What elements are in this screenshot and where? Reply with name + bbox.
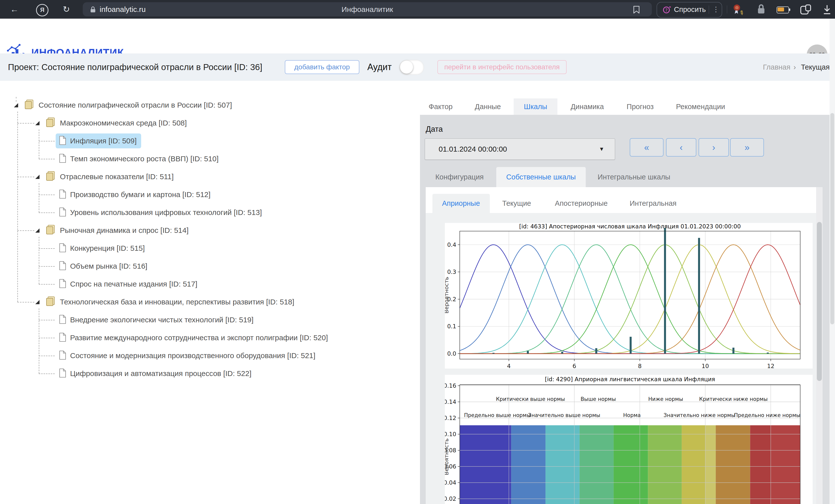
svg-text:Вероятность: Вероятность xyxy=(445,277,450,314)
tree-connector-line xyxy=(39,248,55,249)
subtab-configuration[interactable]: Конфигурация xyxy=(435,167,484,187)
tree-item-body[interactable]: Производство бумаги и картона [ID: 512] xyxy=(56,187,215,202)
svg-text:0.16: 0.16 xyxy=(445,382,456,389)
tree-folder-item[interactable]: Рыночная динамика и спрос [ID: 514] xyxy=(35,223,193,238)
nav-first-button[interactable]: « xyxy=(630,138,664,157)
tree-connector-line xyxy=(39,129,39,159)
ask-button[interactable]: ? ✦ Спросить ⋮ xyxy=(656,2,722,18)
back-icon[interactable]: ← xyxy=(9,0,20,19)
tree-folder-item[interactable]: Состояние полиграфической отрасли в Росс… xyxy=(14,98,237,113)
tree-connector-line xyxy=(39,266,55,267)
page-scrollbar-track[interactable] xyxy=(830,19,835,504)
date-select[interactable]: 01.01.2024 00:00:00 ▼ xyxy=(425,138,615,160)
tree-folder-item[interactable]: Макроэкономическая среда [ID: 508] xyxy=(35,116,191,130)
page-title: Инфоаналитик xyxy=(83,2,652,16)
tree-expander-icon[interactable] xyxy=(35,121,40,125)
tree-item-body[interactable]: Макроэкономическая среда [ID: 508] xyxy=(42,115,191,131)
nav-next-button[interactable]: › xyxy=(698,138,729,157)
ask-sparkle-icon: ? ✦ xyxy=(663,5,671,15)
document-icon xyxy=(59,261,67,271)
tree-connector-line xyxy=(39,141,55,141)
user-interface-button[interactable]: перейти в интерфейс пользователя xyxy=(437,60,567,74)
extension-lock-icon[interactable] xyxy=(755,3,767,15)
tree-doc-item[interactable]: Объем рынка [ID: 516] xyxy=(56,259,152,274)
extension-seal-icon[interactable]: ✎ xyxy=(732,4,743,15)
tree-doc-item[interactable]: Конкуренция [ID: 515] xyxy=(56,241,149,256)
tree-expander-icon[interactable] xyxy=(35,175,40,179)
nav-last-button[interactable]: » xyxy=(730,138,764,157)
tree-item-label: Цифровизация и автоматизация процессов [… xyxy=(70,369,251,378)
tree-connector-line xyxy=(39,320,55,320)
tree-item-body[interactable]: Объем рынка [ID: 516] xyxy=(56,259,152,274)
breadcrumb-home[interactable]: Главная xyxy=(763,54,790,81)
tree-doc-item[interactable]: Цифровизация и автоматизация процессов [… xyxy=(56,366,256,381)
tab-dynamics[interactable]: Динамика xyxy=(571,98,604,115)
page-scrollbar-thumb[interactable] xyxy=(830,113,834,324)
tree-doc-item[interactable]: Темп экономического роста (ВВП) [ID: 510… xyxy=(56,152,223,166)
document-icon xyxy=(59,279,67,289)
tab-factor[interactable]: Фактор xyxy=(429,98,452,115)
tab-scales[interactable]: Шкалы xyxy=(524,98,547,115)
tree-item-body[interactable]: Состояние и модернизация производственно… xyxy=(56,348,320,363)
svg-text:12: 12 xyxy=(767,363,774,368)
scale-tab-current[interactable]: Текущие xyxy=(502,194,531,213)
tree-doc-item[interactable]: Развитие международного сотрудничества и… xyxy=(56,330,332,345)
scale-tab-aposteriori[interactable]: Апостериорные xyxy=(555,194,608,213)
scale-tab-apriori[interactable]: Априорные xyxy=(442,194,480,213)
svg-text:Вероятность: Вероятность xyxy=(445,438,450,475)
nav-previous-button[interactable]: ‹ xyxy=(666,138,696,157)
svg-text:0.02: 0.02 xyxy=(445,496,456,502)
tree-doc-item[interactable]: Инфляция [ID: 509] xyxy=(56,134,141,148)
battery-icon[interactable] xyxy=(777,6,789,14)
tree-item-label: Рыночная динамика и спрос [ID: 514] xyxy=(60,226,189,235)
tree-expander-icon[interactable] xyxy=(35,228,40,233)
svg-text:0.04: 0.04 xyxy=(445,479,456,486)
subtab-integral-scales[interactable]: Интегральные шкалы xyxy=(598,167,670,187)
bookmark-icon[interactable] xyxy=(633,6,640,14)
tab-recommendations[interactable]: Рекомендации xyxy=(676,98,725,115)
tabs-panel-icon[interactable] xyxy=(800,3,812,15)
numeric-scale-chart: 46810120.00.10.20.30.4Вероятность[id: 46… xyxy=(445,223,813,368)
tree-expander-icon[interactable] xyxy=(35,300,40,304)
tree-item-body[interactable]: Темп экономического роста (ВВП) [ID: 510… xyxy=(56,152,223,166)
yandex-icon[interactable]: Я xyxy=(36,4,48,16)
tree-doc-item[interactable]: Спрос на печатные издания [ID: 517] xyxy=(56,277,202,291)
tab-forecast[interactable]: Прогноз xyxy=(627,98,654,115)
tree-folder-item[interactable]: Технологическая база и инновации, перспе… xyxy=(35,295,299,309)
tree-item-label: Развитие международного сотрудничества и… xyxy=(70,334,328,342)
download-icon[interactable] xyxy=(822,4,832,15)
tree-item-body[interactable]: Отраслевые показатели [ID: 511] xyxy=(42,169,178,184)
tree-item-body[interactable]: Уровень использования цифровых технологи… xyxy=(56,205,266,220)
card-scrollbar-thumb[interactable] xyxy=(817,222,822,381)
reload-icon[interactable]: ↻ xyxy=(61,0,72,19)
tree-expander-icon[interactable] xyxy=(14,103,18,107)
scale-tab-integral[interactable]: Интегральная xyxy=(630,194,677,213)
battery-fill xyxy=(778,7,784,12)
subtab-own-scales[interactable]: Собственные шкалы xyxy=(506,167,576,187)
tree-item-body[interactable]: Развитие международного сотрудничества и… xyxy=(56,330,332,345)
tree-doc-item[interactable]: Состояние и модернизация производственно… xyxy=(56,348,320,363)
kebab-menu-icon[interactable]: ⋮ xyxy=(712,2,720,16)
tree-item-body[interactable]: Технологическая база и инновации, перспе… xyxy=(42,294,299,310)
tree-doc-item[interactable]: Производство бумаги и картона [ID: 512] xyxy=(56,187,215,202)
address-bar[interactable]: infoanalytic.ru Инфоаналитик xyxy=(83,2,652,16)
tree-item-body[interactable]: Конкуренция [ID: 515] xyxy=(56,241,149,256)
svg-text:✦: ✦ xyxy=(669,5,671,9)
svg-text:10: 10 xyxy=(701,363,709,368)
tree-item-body[interactable]: Цифровизация и автоматизация процессов [… xyxy=(56,366,256,381)
site-header: ИНФОАНАЛИТИК 80x80 xyxy=(0,19,835,54)
tree-doc-item[interactable]: Уровень использования цифровых технологи… xyxy=(56,205,266,220)
tree-doc-item[interactable]: Внедрение экологически чистых технологий… xyxy=(56,313,258,327)
audit-toggle[interactable] xyxy=(399,60,424,75)
tree-item-body[interactable]: Рыночная динамика и спрос [ID: 514] xyxy=(42,223,193,238)
tree-folder-item[interactable]: Отраслевые показатели [ID: 511] xyxy=(35,169,178,184)
card-scrollbar-track[interactable] xyxy=(816,187,822,504)
tree-item-body[interactable]: Внедрение экологически чистых технологий… xyxy=(56,313,258,327)
document-icon xyxy=(59,243,67,254)
tree-item-body[interactable]: Состояние полиграфической отрасли в Росс… xyxy=(21,97,237,113)
tree-item-body[interactable]: Спрос на печатные издания [ID: 517] xyxy=(56,277,202,291)
add-factor-button[interactable]: добавить фактор xyxy=(285,60,359,74)
tree-item-body[interactable]: Инфляция [ID: 509] xyxy=(56,134,141,148)
svg-text:Выше нормы: Выше нормы xyxy=(581,396,616,402)
tab-data[interactable]: Данные xyxy=(475,98,501,115)
